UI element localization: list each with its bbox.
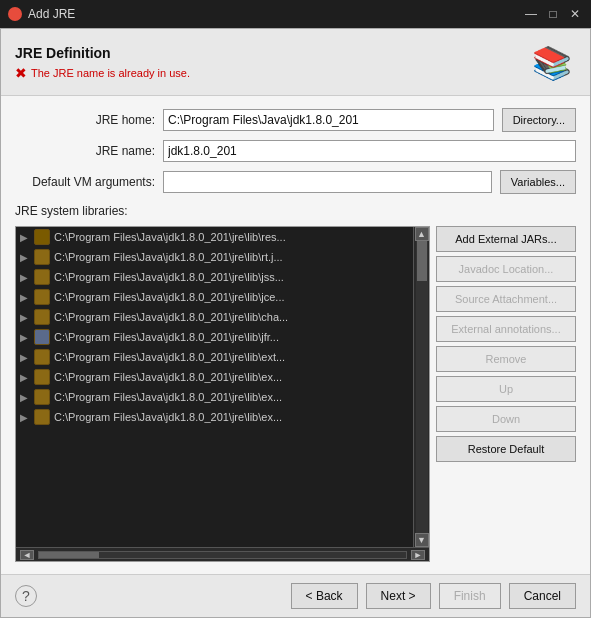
error-text: The JRE name is already in use. — [31, 67, 190, 79]
scroll-up-button[interactable]: ▲ — [415, 227, 429, 241]
side-buttons: Add External JARs... Javadoc Location...… — [436, 226, 576, 562]
jar-icon — [34, 289, 50, 305]
scroll-track-horizontal[interactable] — [38, 551, 407, 559]
library-path: C:\Program Files\Java\jdk1.8.0_201\jre\l… — [54, 411, 282, 423]
expand-arrow-icon: ▶ — [20, 392, 30, 403]
list-item[interactable]: ▶C:\Program Files\Java\jdk1.8.0_201\jre\… — [16, 367, 413, 387]
list-item[interactable]: ▶C:\Program Files\Java\jdk1.8.0_201\jre\… — [16, 407, 413, 427]
expand-arrow-icon: ▶ — [20, 412, 30, 423]
list-item[interactable]: ▶C:\Program Files\Java\jdk1.8.0_201\jre\… — [16, 287, 413, 307]
dialog-body: JRE home: Directory... JRE name: Default… — [1, 96, 590, 574]
library-path: C:\Program Files\Java\jdk1.8.0_201\jre\l… — [54, 391, 282, 403]
scroll-left-button[interactable]: ◄ — [20, 550, 34, 560]
close-button[interactable]: ✕ — [567, 6, 583, 22]
library-path: C:\Program Files\Java\jdk1.8.0_201\jre\l… — [54, 231, 286, 243]
error-icon: ✖ — [15, 65, 27, 81]
list-item[interactable]: ▶C:\Program Files\Java\jdk1.8.0_201\jre\… — [16, 347, 413, 367]
list-item[interactable]: ▶C:\Program Files\Java\jdk1.8.0_201\jre\… — [16, 267, 413, 287]
scroll-track-vertical[interactable] — [416, 241, 428, 533]
jre-name-label: JRE name: — [15, 144, 155, 158]
scroll-right-button[interactable]: ► — [411, 550, 425, 560]
jre-home-input[interactable] — [163, 109, 494, 131]
close-traffic-light[interactable] — [8, 7, 22, 21]
window-bar: Add JRE — □ ✕ — [0, 0, 591, 28]
jar-icon — [34, 409, 50, 425]
dialog-header-left: JRE Definition ✖ The JRE name is already… — [15, 45, 190, 81]
jar-icon — [34, 249, 50, 265]
jar-icon — [34, 389, 50, 405]
cancel-button[interactable]: Cancel — [509, 583, 576, 609]
library-path: C:\Program Files\Java\jdk1.8.0_201\jre\l… — [54, 371, 282, 383]
finish-button[interactable]: Finish — [439, 583, 501, 609]
jre-home-label: JRE home: — [15, 113, 155, 127]
vm-args-input[interactable] — [163, 171, 492, 193]
javadoc-location-button[interactable]: Javadoc Location... — [436, 256, 576, 282]
vertical-scrollbar[interactable]: ▲ ▼ — [413, 227, 429, 547]
jre-name-row: JRE name: — [15, 140, 576, 162]
libraries-list[interactable]: ▶C:\Program Files\Java\jdk1.8.0_201\jre\… — [16, 227, 413, 547]
library-path: C:\Program Files\Java\jdk1.8.0_201\jre\l… — [54, 351, 285, 363]
help-button[interactable]: ? — [15, 585, 37, 607]
expand-arrow-icon: ▶ — [20, 292, 30, 303]
dialog-title: JRE Definition — [15, 45, 190, 61]
dialog-footer: ? < Back Next > Finish Cancel — [1, 574, 590, 617]
directory-button[interactable]: Directory... — [502, 108, 576, 132]
vm-args-row: Default VM arguments: Variables... — [15, 170, 576, 194]
jar-icon — [34, 269, 50, 285]
dialog-header: JRE Definition ✖ The JRE name is already… — [1, 29, 590, 96]
expand-arrow-icon: ▶ — [20, 352, 30, 363]
library-path: C:\Program Files\Java\jdk1.8.0_201\jre\l… — [54, 251, 283, 263]
expand-arrow-icon: ▶ — [20, 272, 30, 283]
jre-name-input[interactable] — [163, 140, 576, 162]
back-button[interactable]: < Back — [291, 583, 358, 609]
library-path: C:\Program Files\Java\jdk1.8.0_201\jre\l… — [54, 331, 279, 343]
expand-arrow-icon: ▶ — [20, 332, 30, 343]
remove-button[interactable]: Remove — [436, 346, 576, 372]
add-jre-dialog: JRE Definition ✖ The JRE name is already… — [0, 28, 591, 618]
expand-arrow-icon: ▶ — [20, 312, 30, 323]
window-title: Add JRE — [28, 7, 517, 21]
source-attachment-button[interactable]: Source Attachment... — [436, 286, 576, 312]
jar-icon — [34, 309, 50, 325]
book-stack-icon: 📚 — [532, 44, 572, 82]
variables-button[interactable]: Variables... — [500, 170, 576, 194]
restore-default-button[interactable]: Restore Default — [436, 436, 576, 462]
libraries-label: JRE system libraries: — [15, 204, 576, 218]
jar-icon — [34, 349, 50, 365]
down-button[interactable]: Down — [436, 406, 576, 432]
library-path: C:\Program Files\Java\jdk1.8.0_201\jre\l… — [54, 291, 285, 303]
expand-arrow-icon: ▶ — [20, 252, 30, 263]
error-message: ✖ The JRE name is already in use. — [15, 65, 190, 81]
vm-args-label: Default VM arguments: — [15, 175, 155, 189]
library-path: C:\Program Files\Java\jdk1.8.0_201\jre\l… — [54, 271, 284, 283]
expand-arrow-icon: ▶ — [20, 372, 30, 383]
library-path: C:\Program Files\Java\jdk1.8.0_201\jre\l… — [54, 311, 288, 323]
list-item[interactable]: ▶C:\Program Files\Java\jdk1.8.0_201\jre\… — [16, 307, 413, 327]
external-annotations-button[interactable]: External annotations... — [436, 316, 576, 342]
dialog-icon: 📚 — [528, 39, 576, 87]
list-item[interactable]: ▶C:\Program Files\Java\jdk1.8.0_201\jre\… — [16, 387, 413, 407]
libraries-list-inner: ▶C:\Program Files\Java\jdk1.8.0_201\jre\… — [16, 227, 429, 547]
list-item[interactable]: ▶C:\Program Files\Java\jdk1.8.0_201\jre\… — [16, 247, 413, 267]
list-item[interactable]: ▶C:\Program Files\Java\jdk1.8.0_201\jre\… — [16, 227, 413, 247]
jre-home-row: JRE home: Directory... — [15, 108, 576, 132]
next-button[interactable]: Next > — [366, 583, 431, 609]
scroll-thumb-vertical[interactable] — [417, 241, 427, 281]
list-item[interactable]: ▶C:\Program Files\Java\jdk1.8.0_201\jre\… — [16, 327, 413, 347]
expand-arrow-icon: ▶ — [20, 232, 30, 243]
libraries-section: ▶C:\Program Files\Java\jdk1.8.0_201\jre\… — [15, 226, 576, 562]
horizontal-scrollbar[interactable]: ◄ ► — [16, 547, 429, 561]
scroll-down-button[interactable]: ▼ — [415, 533, 429, 547]
libraries-list-wrapper: ▶C:\Program Files\Java\jdk1.8.0_201\jre\… — [15, 226, 430, 562]
add-external-jars-button[interactable]: Add External JARs... — [436, 226, 576, 252]
scroll-thumb-horizontal[interactable] — [39, 552, 99, 558]
maximize-button[interactable]: □ — [545, 6, 561, 22]
minimize-button[interactable]: — — [523, 6, 539, 22]
up-button[interactable]: Up — [436, 376, 576, 402]
jar-icon — [34, 369, 50, 385]
jar-icon — [34, 329, 50, 345]
jar-icon — [34, 229, 50, 245]
